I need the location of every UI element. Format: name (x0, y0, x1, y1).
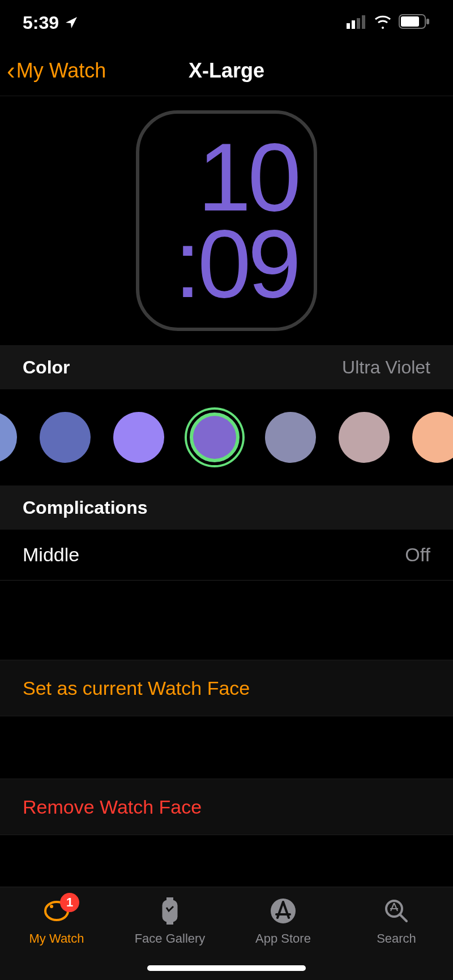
color-swatch-selected[interactable] (187, 410, 242, 465)
svg-rect-0 (347, 23, 350, 29)
page-title: X-Large (189, 59, 264, 83)
svg-point-8 (50, 905, 53, 908)
remove-label: Remove Watch Face (23, 796, 202, 818)
color-section-header: Color Ultra Violet (0, 345, 453, 389)
svg-rect-11 (166, 921, 173, 925)
back-button[interactable]: ‹ My Watch (7, 58, 106, 83)
tab-label: App Store (255, 931, 311, 946)
color-swatch[interactable] (265, 412, 316, 463)
svg-rect-6 (426, 19, 429, 24)
svg-rect-10 (166, 897, 173, 901)
wifi-icon (374, 12, 392, 33)
color-swatch[interactable] (113, 412, 164, 463)
color-swatch[interactable] (339, 412, 390, 463)
watch-face-preview: 10 :09 (0, 96, 453, 345)
chevron-left-icon: ‹ (7, 58, 15, 83)
tab-label: Face Gallery (135, 931, 206, 946)
app-store-icon (267, 895, 299, 927)
search-icon (381, 895, 412, 927)
status-left: 5:39 (23, 12, 78, 33)
complication-row[interactable]: MiddleOff (0, 530, 453, 581)
tab-search[interactable]: Search (345, 895, 447, 980)
location-icon (65, 16, 78, 29)
color-current: Ultra Violet (342, 357, 430, 378)
color-swatch[interactable] (40, 412, 91, 463)
tab-label: My Watch (29, 931, 84, 946)
notification-badge: 1 (60, 893, 79, 912)
tab-label: Search (377, 931, 416, 946)
complications-header: Complications (0, 485, 453, 530)
complication-label: Middle (23, 544, 79, 566)
svg-rect-1 (352, 20, 355, 29)
status-time: 5:39 (23, 12, 59, 33)
battery-icon (399, 12, 430, 33)
remove-watch-face-button[interactable]: Remove Watch Face (0, 779, 453, 835)
svg-rect-3 (362, 15, 365, 29)
face-gallery-icon (154, 895, 186, 927)
preview-time-top: 10 (198, 134, 298, 221)
svg-rect-5 (401, 16, 419, 27)
spacer (0, 581, 453, 660)
color-swatch[interactable] (412, 412, 453, 463)
tab-my-watch[interactable]: 1My Watch (6, 895, 108, 980)
color-swatch[interactable] (0, 412, 17, 463)
color-swatch-strip[interactable] (0, 389, 453, 485)
home-indicator[interactable] (147, 965, 306, 971)
cellular-icon (347, 12, 367, 33)
set-current-label: Set as current Watch Face (23, 677, 250, 699)
complication-value: Off (405, 544, 430, 566)
status-right (347, 12, 430, 33)
preview-time-bottom: :09 (174, 221, 298, 307)
back-label: My Watch (16, 59, 106, 83)
set-current-watch-face-button[interactable]: Set as current Watch Face (0, 660, 453, 716)
color-label: Color (23, 357, 70, 378)
watch-frame: 10 :09 (136, 110, 317, 331)
spacer (0, 716, 453, 779)
svg-rect-2 (357, 18, 360, 29)
nav-bar: ‹ My Watch X-Large (0, 45, 453, 96)
complications-label: Complications (23, 497, 147, 518)
svg-line-14 (400, 914, 407, 921)
status-bar: 5:39 (0, 0, 453, 45)
